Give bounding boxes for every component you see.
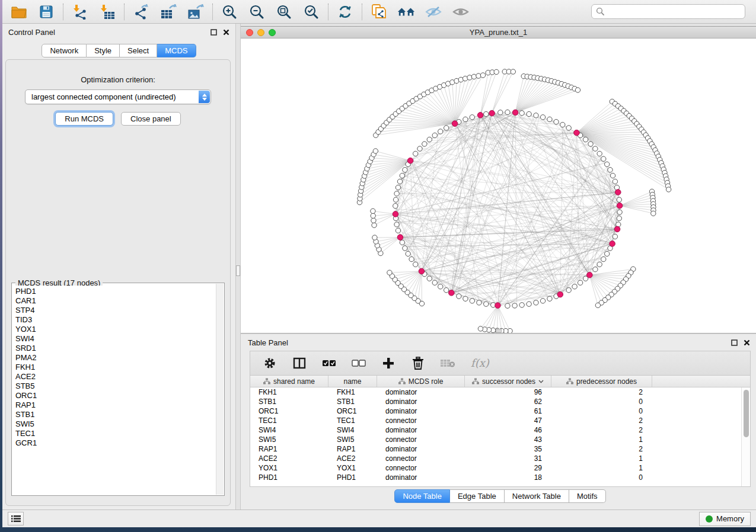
- table-row[interactable]: FKH1FKH1dominator962: [250, 387, 750, 397]
- cell-name[interactable]: YOX1: [328, 464, 377, 472]
- new-network-from-selection-button[interactable]: [370, 3, 388, 21]
- cell-shared_name[interactable]: FKH1: [250, 388, 328, 396]
- column-header-shared-name[interactable]: shared name: [250, 376, 328, 387]
- delete-column-button[interactable]: [410, 355, 426, 371]
- import-table-button[interactable]: [98, 3, 116, 21]
- mcds-result-item[interactable]: SWI5: [15, 419, 216, 429]
- task-history-button[interactable]: [8, 512, 24, 525]
- close-panel-icon[interactable]: [223, 29, 229, 36]
- mcds-result-item[interactable]: ORC1: [15, 391, 216, 400]
- cell-shared_name[interactable]: PHD1: [250, 473, 328, 482]
- cell-predecessor_nodes[interactable]: 0: [551, 398, 652, 406]
- network-splitter-handle[interactable]: [496, 329, 502, 333]
- cell-predecessor_nodes[interactable]: 0: [551, 407, 652, 415]
- cell-successor_nodes[interactable]: 31: [465, 454, 551, 463]
- cell-mcds_role[interactable]: connector: [377, 435, 465, 444]
- mcds-result-item[interactable]: SRD1: [15, 344, 216, 353]
- cell-successor_nodes[interactable]: 43: [465, 435, 551, 444]
- zoom-in-button[interactable]: [221, 3, 238, 21]
- select-all-rows-button[interactable]: [321, 355, 337, 371]
- cell-predecessor_nodes[interactable]: 2: [551, 416, 652, 425]
- table-row[interactable]: YOX1YOX1connector291: [250, 463, 750, 473]
- cell-mcds_role[interactable]: connector: [377, 416, 465, 425]
- zoom-selected-button[interactable]: [302, 3, 320, 21]
- tab-network-table[interactable]: Network Table: [505, 489, 569, 503]
- cell-successor_nodes[interactable]: 47: [465, 416, 551, 425]
- mcds-result-item[interactable]: FKH1: [15, 363, 216, 372]
- cell-mcds_role[interactable]: connector: [377, 454, 465, 463]
- mcds-result-item[interactable]: GCR1: [15, 438, 216, 448]
- open-button[interactable]: [10, 3, 28, 21]
- cell-successor_nodes[interactable]: 96: [465, 388, 551, 396]
- cell-predecessor_nodes[interactable]: 0: [551, 473, 652, 482]
- tab-node-table[interactable]: Node Table: [394, 489, 450, 503]
- cell-name[interactable]: PHD1: [328, 473, 377, 482]
- zoom-out-button[interactable]: [248, 3, 266, 21]
- export-network-button[interactable]: [132, 3, 150, 21]
- cell-mcds_role[interactable]: dominator: [377, 398, 465, 406]
- cell-mcds_role[interactable]: dominator: [377, 473, 465, 482]
- cell-predecessor_nodes[interactable]: 2: [551, 388, 652, 396]
- cell-shared_name[interactable]: STB1: [250, 398, 328, 406]
- table-settings-button[interactable]: [262, 355, 277, 371]
- cell-predecessor_nodes[interactable]: 1: [551, 454, 652, 463]
- network-graph[interactable]: [241, 39, 756, 333]
- cell-mcds_role[interactable]: dominator: [377, 407, 465, 415]
- cell-successor_nodes[interactable]: 29: [465, 464, 551, 472]
- tab-edge-table[interactable]: Edge Table: [450, 489, 505, 503]
- mcds-list-scrollbar[interactable]: [216, 284, 224, 495]
- show-all-button[interactable]: [452, 3, 470, 21]
- cell-mcds_role[interactable]: dominator: [377, 445, 465, 453]
- import-network-button[interactable]: [71, 3, 89, 21]
- network-window-titlebar[interactable]: YPA_prune.txt_1: [241, 27, 756, 39]
- zoom-fit-button[interactable]: [275, 3, 293, 21]
- cell-successor_nodes[interactable]: 18: [465, 473, 551, 482]
- hide-selected-button[interactable]: [425, 3, 442, 21]
- table-row[interactable]: PHD1PHD1dominator180: [250, 473, 750, 482]
- float-table-panel-icon[interactable]: [731, 339, 738, 346]
- tab-motifs[interactable]: Motifs: [569, 489, 606, 503]
- cell-shared_name[interactable]: RAP1: [250, 445, 328, 453]
- show-columns-button[interactable]: [292, 355, 307, 371]
- cell-name[interactable]: ORC1: [328, 407, 377, 415]
- cell-successor_nodes[interactable]: 35: [465, 445, 551, 453]
- mcds-result-item[interactable]: PHD1: [15, 287, 216, 296]
- minimize-window-icon[interactable]: [257, 29, 264, 36]
- search-input[interactable]: [591, 4, 745, 19]
- table-row[interactable]: SWI4SWI4dominator462: [250, 425, 750, 435]
- mcds-result-item[interactable]: TEC1: [15, 429, 216, 438]
- delete-table-button[interactable]: [440, 355, 455, 371]
- column-header-successor-nodes[interactable]: successor nodes: [465, 376, 551, 387]
- apply-layout-button[interactable]: [336, 3, 354, 21]
- cell-shared_name[interactable]: TEC1: [250, 416, 328, 425]
- memory-button[interactable]: Memory: [699, 512, 751, 526]
- column-header-name[interactable]: name: [328, 376, 377, 387]
- run-mcds-button[interactable]: Run MCDS: [55, 112, 113, 126]
- cell-predecessor_nodes[interactable]: 2: [551, 426, 652, 434]
- cell-shared_name[interactable]: SWI4: [250, 426, 328, 434]
- mcds-result-item[interactable]: YOX1: [15, 325, 216, 334]
- mcds-result-item[interactable]: PMA2: [15, 353, 216, 363]
- network-canvas[interactable]: [241, 39, 756, 333]
- cell-name[interactable]: ACE2: [328, 454, 377, 463]
- close-panel-button[interactable]: Close panel: [121, 112, 181, 126]
- close-table-panel-icon[interactable]: [744, 339, 750, 346]
- mcds-result-item[interactable]: CAR1: [15, 296, 216, 306]
- add-column-button[interactable]: [381, 355, 396, 371]
- apply-function-button[interactable]: f(x): [470, 355, 493, 371]
- table-row[interactable]: TEC1TEC1connector472: [250, 416, 750, 425]
- tab-select[interactable]: Select: [120, 44, 157, 57]
- cell-name[interactable]: FKH1: [328, 388, 377, 396]
- cell-name[interactable]: TEC1: [328, 416, 377, 425]
- mcds-result-item[interactable]: STB5: [15, 382, 216, 391]
- tab-mcds[interactable]: MCDS: [157, 44, 196, 57]
- first-neighbors-button[interactable]: [397, 3, 415, 21]
- mcds-result-list[interactable]: PHD1CAR1STP4TID3YOX1SWI4SRD1PMA2FKH1ACE2…: [12, 286, 216, 495]
- cell-name[interactable]: STB1: [328, 398, 377, 406]
- cell-successor_nodes[interactable]: 46: [465, 426, 551, 434]
- table-row[interactable]: SWI5SWI5connector431: [250, 435, 750, 444]
- table-row[interactable]: ORC1ORC1dominator610: [250, 406, 750, 416]
- export-image-button[interactable]: [187, 3, 205, 21]
- save-button[interactable]: [37, 3, 55, 21]
- tab-network[interactable]: Network: [42, 44, 87, 57]
